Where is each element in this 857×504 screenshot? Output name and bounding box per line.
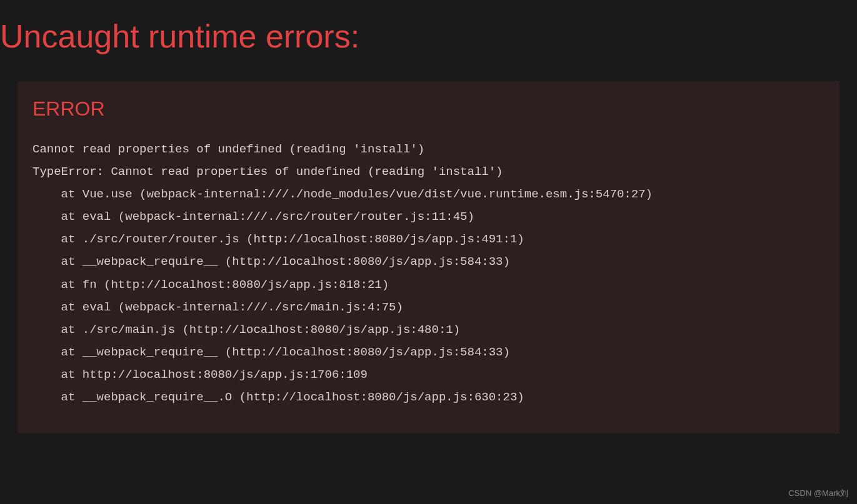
error-label: ERROR	[33, 97, 824, 121]
watermark: CSDN @Mark刘	[788, 488, 848, 499]
page-title: Uncaught runtime errors:	[0, 0, 857, 55]
error-panel: ERROR Cannot read properties of undefine…	[18, 81, 839, 433]
error-message: Cannot read properties of undefined (rea…	[33, 138, 824, 408]
